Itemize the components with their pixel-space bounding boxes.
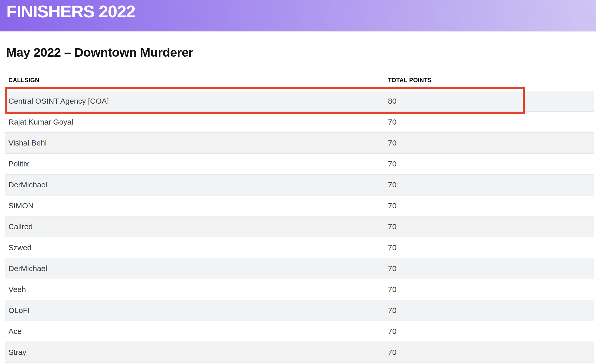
column-header-total-points: TOTAL POINTS [388, 77, 594, 84]
callsign-cell: Politix [5, 160, 388, 168]
table-row: Rajat Kumar Goyal70 [5, 112, 594, 133]
page-content: May 2022 – Downtown Murderer CALLSIGN TO… [0, 45, 596, 363]
points-cell: 70 [388, 222, 594, 231]
callsign-cell: Szwed [5, 243, 388, 252]
points-cell: 80 [388, 97, 594, 105]
callsign-cell: DerMichael [5, 180, 388, 189]
callsign-cell: SIMON [5, 201, 388, 210]
points-cell: 70 [388, 201, 594, 210]
points-cell: 70 [388, 160, 594, 168]
callsign-cell: Vishal Behl [5, 139, 388, 147]
table-row: SIMON70 [5, 196, 594, 216]
table-header-row: CALLSIGN TOTAL POINTS [5, 75, 594, 85]
points-cell: 70 [388, 118, 594, 126]
table-row: Vishal Behl70 [5, 133, 594, 154]
callsign-cell: OLoFI [5, 306, 388, 315]
callsign-cell: Veeh [5, 285, 388, 294]
table-row: DerMichael70 [5, 258, 594, 279]
table-row: Veeh70 [5, 279, 594, 300]
points-cell: 70 [388, 264, 594, 273]
table-row: DerMichael70 [5, 175, 594, 196]
banner-title: FINISHERS 2022 [0, 0, 596, 20]
column-header-callsign: CALLSIGN [5, 77, 388, 84]
callsign-cell: Ace [5, 327, 388, 336]
table-row: Central OSINT Agency [COA]80 [5, 91, 594, 112]
points-cell: 70 [388, 243, 594, 252]
table-row: Callred70 [5, 216, 594, 237]
callsign-cell: Callred [5, 222, 388, 231]
points-cell: 70 [388, 139, 594, 147]
points-cell: 70 [388, 285, 594, 294]
table-row: Politix70 [5, 154, 594, 175]
table-row: Szwed70 [5, 237, 594, 258]
page-banner: FINISHERS 2022 [0, 0, 596, 32]
table-row: Ace70 [5, 321, 594, 342]
callsign-cell: Central OSINT Agency [COA] [5, 97, 388, 105]
points-cell: 70 [388, 306, 594, 315]
callsign-cell: DerMichael [5, 264, 388, 273]
points-cell: 70 [388, 327, 594, 336]
table-row: OLoFI70 [5, 300, 594, 321]
callsign-cell: Stray [5, 348, 388, 357]
section-heading: May 2022 – Downtown Murderer [6, 45, 594, 59]
points-cell: 70 [388, 180, 594, 189]
callsign-cell: Rajat Kumar Goyal [5, 118, 388, 126]
table-body: Central OSINT Agency [COA]80Rajat Kumar … [5, 91, 594, 363]
table-row: Stray70 [5, 342, 594, 363]
points-cell: 70 [388, 348, 594, 357]
